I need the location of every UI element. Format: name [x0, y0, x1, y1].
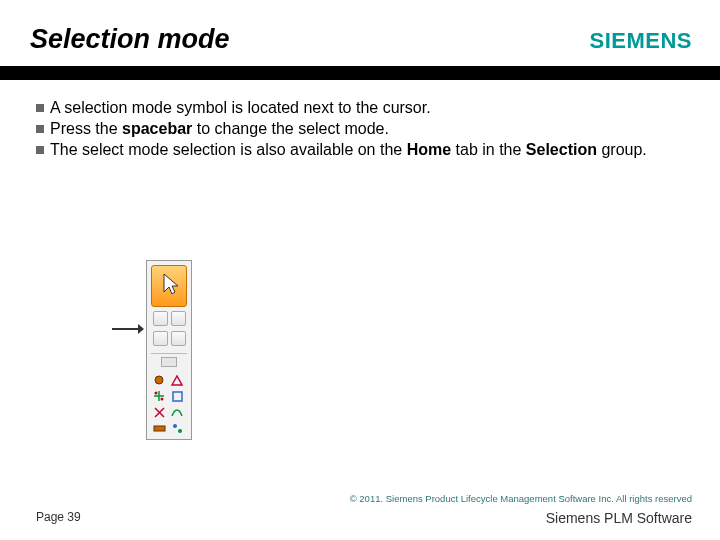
dropdown-expand-button[interactable]: [161, 357, 177, 367]
callout-arrow-icon: [112, 326, 144, 332]
svg-rect-5: [154, 426, 165, 431]
filter-icon[interactable]: [170, 405, 185, 420]
svg-marker-0: [164, 274, 178, 294]
bullet-item: The select mode selection is also availa…: [36, 140, 684, 161]
svg-point-6: [173, 424, 177, 428]
text-bold: Home: [407, 141, 451, 158]
bullet-text: A selection mode symbol is located next …: [50, 98, 431, 119]
svg-point-1: [155, 376, 163, 384]
filter-icon-grid: [152, 373, 188, 437]
bullet-text: Press the spacebar to change the select …: [50, 119, 389, 140]
arrow-head: [138, 324, 144, 334]
brand-logo: SIEMENS: [589, 28, 692, 54]
footer-brand: Siemens PLM Software: [546, 510, 692, 526]
svg-point-2: [155, 392, 158, 395]
arrow-line: [112, 328, 140, 330]
text-span: tab in the: [451, 141, 526, 158]
text-span: Press the: [50, 120, 122, 137]
bullet-icon: [36, 146, 44, 154]
body-text: A selection mode symbol is located next …: [36, 98, 684, 160]
mode-option-button[interactable]: [171, 331, 186, 346]
selection-ribbon-illustration: [112, 260, 202, 450]
text-span: group.: [597, 141, 647, 158]
svg-point-7: [178, 429, 182, 433]
text-bold: Selection: [526, 141, 597, 158]
separator: [151, 353, 187, 354]
filter-icon[interactable]: [152, 373, 167, 388]
text-bold: spacebar: [122, 120, 192, 137]
bullet-item: Press the spacebar to change the select …: [36, 119, 684, 140]
filter-icon[interactable]: [152, 421, 167, 436]
text-span: The select mode selection is also availa…: [50, 141, 407, 158]
text-span: to change the select mode.: [192, 120, 389, 137]
bullet-icon: [36, 104, 44, 112]
mode-option-button[interactable]: [153, 311, 168, 326]
mode-option-button[interactable]: [153, 331, 168, 346]
filter-icon[interactable]: [170, 389, 185, 404]
bullet-icon: [36, 125, 44, 133]
svg-point-3: [161, 398, 164, 401]
filter-icon[interactable]: [152, 389, 167, 404]
filter-icon[interactable]: [170, 373, 185, 388]
svg-rect-4: [173, 392, 182, 401]
copyright-text: © 2011. Siemens Product Lifecycle Manage…: [350, 493, 692, 504]
slide: Selection mode SIEMENS A selection mode …: [0, 0, 720, 540]
header-underline: [0, 66, 720, 80]
bullet-text: The select mode selection is also availa…: [50, 140, 647, 161]
page-number: Page 39: [36, 510, 81, 524]
cursor-arrow-icon: [162, 272, 180, 296]
select-button[interactable]: [151, 265, 187, 307]
bullet-item: A selection mode symbol is located next …: [36, 98, 684, 119]
text-span: A selection mode symbol is located next …: [50, 99, 431, 116]
filter-icon[interactable]: [170, 421, 185, 436]
filter-icon[interactable]: [152, 405, 167, 420]
page-title: Selection mode: [30, 24, 230, 55]
ribbon-panel: [146, 260, 192, 440]
mode-option-button[interactable]: [171, 311, 186, 326]
